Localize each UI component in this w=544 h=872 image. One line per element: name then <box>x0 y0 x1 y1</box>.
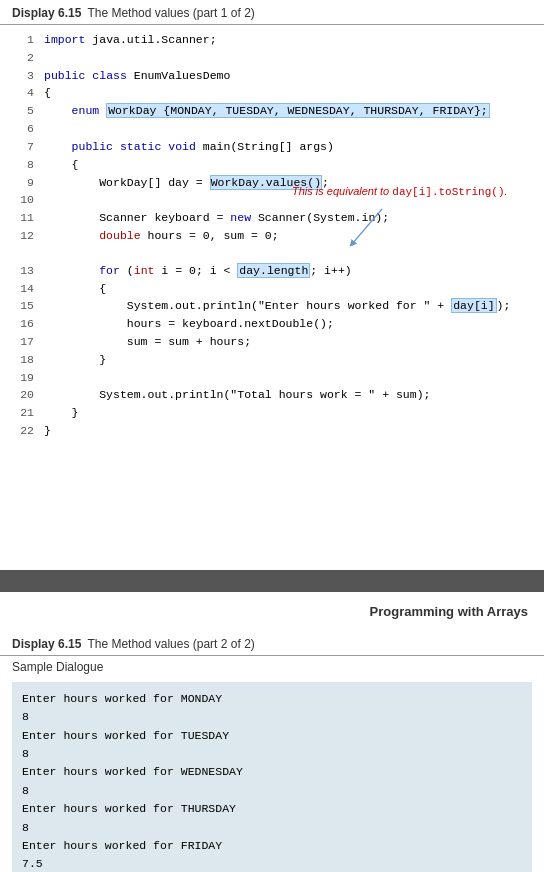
code-line-18: 17 sum = sum + hours; <box>12 333 532 351</box>
code-line-15: 14 { <box>12 280 532 298</box>
dialogue-line-8: 8 <box>22 819 522 837</box>
code-line-6: 6 <box>12 120 532 138</box>
dialogue-line-4: 8 <box>22 745 522 763</box>
code-line-20: 19 <box>12 369 532 387</box>
section-title: Programming with Arrays <box>0 592 544 631</box>
dialogue-line-6: 8 <box>22 782 522 800</box>
code-line-12: 12 double hours = 0, sum = 0; <box>12 227 532 245</box>
svg-line-0 <box>352 209 382 244</box>
code-line-8: 8 { <box>12 156 532 174</box>
code-line-19: 18 } <box>12 351 532 369</box>
code-line-3: 3 public class EnumValuesDemo <box>12 67 532 85</box>
code-line-16: 15 System.out.println("Enter hours worke… <box>12 297 532 315</box>
display-title-1: The Method values (part 1 of 2) <box>87 6 254 20</box>
code-line-22: 21 } <box>12 404 532 422</box>
code-line-13 <box>12 245 532 262</box>
code-line-14: 13 for (int i = 0; i < day.length; i++) <box>12 262 532 280</box>
spacer <box>0 450 544 570</box>
dialogue-line-5: Enter hours worked for WEDNESDAY <box>22 763 522 781</box>
code-line-1: 1 import java.util.Scanner; <box>12 31 532 49</box>
dialogue-line-2: 8 <box>22 708 522 726</box>
display-header-part2: Display 6.15 The Method values (part 2 o… <box>0 631 544 656</box>
code-line-21: 20 System.out.println("Total hours work … <box>12 386 532 404</box>
code-line-17: 16 hours = keyboard.nextDouble(); <box>12 315 532 333</box>
code-area-part1: 1 import java.util.Scanner; 2 3 public c… <box>0 25 544 450</box>
dialogue-line-9: Enter hours worked for FRIDAY <box>22 837 522 855</box>
code-line-2: 2 <box>12 49 532 67</box>
sample-dialogue-box: Enter hours worked for MONDAY 8 Enter ho… <box>12 682 532 872</box>
code-line-4: 4 { <box>12 84 532 102</box>
code-line-11: 11 Scanner keyboard = new Scanner(System… <box>12 209 532 227</box>
dialogue-line-7: Enter hours worked for THURSDAY <box>22 800 522 818</box>
code-line-23: 22 } <box>12 422 532 440</box>
dialogue-line-10: 7.5 <box>22 855 522 872</box>
dialogue-line-1: Enter hours worked for MONDAY <box>22 690 522 708</box>
code-line-5: 5 enum WorkDay {MONDAY, TUESDAY, WEDNESD… <box>12 102 532 120</box>
display-label-1: Display 6.15 <box>12 6 81 20</box>
sample-dialogue-label: Sample Dialogue <box>0 656 544 678</box>
code-line-7: 7 public static void main(String[] args) <box>12 138 532 156</box>
display-header-part1: Display 6.15 The Method values (part 1 o… <box>0 0 544 25</box>
dialogue-line-3: Enter hours worked for TUESDAY <box>22 727 522 745</box>
display-label-2: Display 6.15 <box>12 637 81 651</box>
display-title-2: The Method values (part 2 of 2) <box>87 637 254 651</box>
dark-separator <box>0 570 544 592</box>
